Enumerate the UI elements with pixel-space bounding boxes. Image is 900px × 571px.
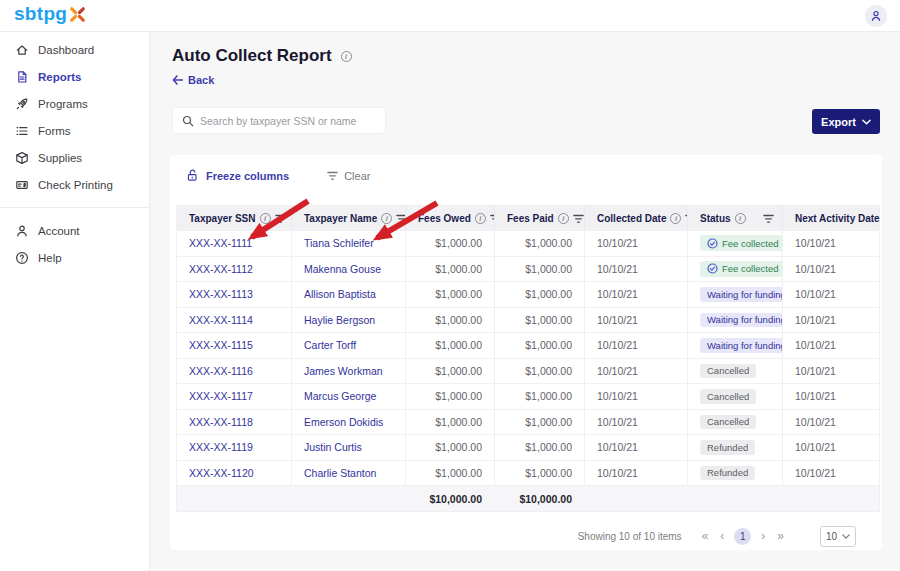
sidebar-item-reports[interactable]: Reports <box>0 63 149 90</box>
fees-paid-cell: $1,000.00 <box>494 410 584 435</box>
clear-filters-button[interactable]: Clear <box>327 170 370 182</box>
sidebar-item-dashboard[interactable]: Dashboard <box>0 36 149 63</box>
column-info-icon[interactable]: i <box>475 213 486 224</box>
status-cell: Cancelled <box>687 359 782 384</box>
page-title: Auto Collect Report <box>172 46 332 66</box>
status-badge: Waiting for funding <box>700 313 782 328</box>
taxpayer-name-link[interactable]: Carter Torff <box>304 339 356 351</box>
sidebar-item-forms[interactable]: Forms <box>0 117 149 144</box>
column-info-icon[interactable]: i <box>558 213 569 224</box>
next-activity-date-cell: 10/10/21 <box>782 231 881 256</box>
taxpayer-ssn-cell: XXX-XX-1112 <box>177 257 291 282</box>
taxpayer-name-link[interactable]: Emerson Dokidis <box>304 416 383 428</box>
status-cell: Waiting for funding <box>687 308 782 333</box>
page-title-info-icon[interactable]: i <box>341 51 352 62</box>
dashboard-home-icon <box>15 43 29 57</box>
column-info-icon[interactable]: i <box>260 213 271 224</box>
taxpayer-name-link[interactable]: Haylie Bergson <box>304 314 375 326</box>
sidebar-item-supplies[interactable]: Supplies <box>0 144 149 171</box>
taxpayer-name-cell: Tiana Schleifer <box>291 231 405 256</box>
taxpayer-name-link[interactable]: James Workman <box>304 365 383 377</box>
brand-logo[interactable]: sbtpg <box>14 3 86 25</box>
table-row: XXX-XX-1115Carter Torff$1,000.00$1,000.0… <box>177 333 879 359</box>
sidebar-item-account[interactable]: Account <box>0 217 149 244</box>
taxpayer-ssn-link[interactable]: XXX-XX-1116 <box>189 365 253 377</box>
taxpayer-ssn-cell: XXX-XX-1117 <box>177 384 291 409</box>
search-input[interactable] <box>200 115 370 127</box>
table-row: XXX-XX-1114Haylie Bergson$1,000.00$1,000… <box>177 308 879 334</box>
column-label: Next Activity Date <box>795 213 880 224</box>
taxpayer-ssn-link[interactable]: XXX-XX-1119 <box>189 441 253 453</box>
status-cell: Cancelled <box>687 384 782 409</box>
programs-rocket-icon <box>15 97 29 111</box>
collected-date-cell: 10/10/21 <box>584 333 687 358</box>
taxpayer-name-link[interactable]: Charlie Stanton <box>304 467 376 479</box>
next-page-button[interactable]: › <box>755 529 771 543</box>
column-info-icon[interactable]: i <box>735 213 746 224</box>
column-filter-icon[interactable] <box>763 214 774 224</box>
status-badge: Waiting for funding <box>700 287 782 302</box>
lock-icon <box>186 169 199 182</box>
fees-paid-cell: $1,000.00 <box>494 435 584 460</box>
last-page-button[interactable]: » <box>771 529 790 543</box>
sidebar-item-label: Programs <box>38 98 88 110</box>
supplies-box-icon <box>15 151 29 165</box>
column-header-taxpayer-ssn: Taxpayer SSNi <box>177 206 291 231</box>
next-activity-date-cell: 10/10/21 <box>782 282 881 307</box>
table-body: XXX-XX-1111Tiana Schleifer$1,000.00$1,00… <box>177 231 879 486</box>
table-row: XXX-XX-1111Tiana Schleifer$1,000.00$1,00… <box>177 231 879 257</box>
back-button[interactable]: Back <box>172 74 214 86</box>
taxpayer-name-link[interactable]: Justin Curtis <box>304 441 362 453</box>
taxpayer-name-link[interactable]: Tiana Schleifer <box>304 237 374 249</box>
taxpayer-name-link[interactable]: Allison Baptista <box>304 288 376 300</box>
taxpayer-ssn-link[interactable]: XXX-XX-1111 <box>189 237 252 249</box>
status-cell: Cancelled <box>687 410 782 435</box>
taxpayer-ssn-link[interactable]: XXX-XX-1114 <box>189 314 253 326</box>
column-header-next-activity-date: Next Activity Datei <box>782 206 881 231</box>
report-card: Freeze columns Clear Taxpayer SSNiTaxpay… <box>170 155 882 550</box>
taxpayer-ssn-link[interactable]: XXX-XX-1120 <box>189 467 254 479</box>
sidebar-item-help[interactable]: Help <box>0 244 149 271</box>
column-filter-icon[interactable] <box>573 214 584 224</box>
sidebar-item-programs[interactable]: Programs <box>0 90 149 117</box>
status-badge: Refunded <box>700 466 755 481</box>
status-cell: Waiting for funding <box>687 282 782 307</box>
sidebar-nav: DashboardReportsProgramsFormsSuppliesChe… <box>0 32 150 571</box>
page-size-select[interactable]: 10 <box>820 526 856 547</box>
taxpayer-name-cell: Charlie Stanton <box>291 461 405 486</box>
search-icon <box>182 115 194 127</box>
taxpayer-ssn-link[interactable]: XXX-XX-1115 <box>189 339 253 351</box>
taxpayer-ssn-link[interactable]: XXX-XX-1113 <box>189 288 253 300</box>
next-activity-date-cell: 10/10/21 <box>782 308 881 333</box>
status-badge: Refunded <box>700 440 755 455</box>
chevron-down-icon <box>862 119 871 125</box>
sidebar-item-label: Forms <box>38 125 71 137</box>
prev-page-button[interactable]: ‹ <box>714 529 730 543</box>
column-filter-icon[interactable] <box>396 214 405 224</box>
first-page-button[interactable]: « <box>696 529 715 543</box>
taxpayer-ssn-cell: XXX-XX-1119 <box>177 435 291 460</box>
column-filter-icon[interactable] <box>275 214 286 224</box>
export-button[interactable]: Export <box>812 109 880 134</box>
taxpayer-name-link[interactable]: Makenna Gouse <box>304 263 381 275</box>
column-info-icon[interactable]: i <box>381 213 392 224</box>
sidebar-item-check-printing[interactable]: Check Printing <box>0 171 149 198</box>
freeze-columns-button[interactable]: Freeze columns <box>186 169 289 182</box>
help-question-icon <box>15 251 29 265</box>
taxpayer-ssn-link[interactable]: XXX-XX-1117 <box>189 390 253 402</box>
column-info-icon[interactable]: i <box>670 213 681 224</box>
column-label: Taxpayer Name <box>304 213 377 224</box>
current-page-indicator[interactable]: 1 <box>734 528 751 545</box>
totals-spacer <box>177 486 405 511</box>
column-header-collected-date: Collected Datei <box>584 206 687 231</box>
user-avatar-button[interactable] <box>865 5 887 27</box>
column-label: Fees Owed <box>418 213 471 224</box>
status-badge: Cancelled <box>700 415 756 430</box>
status-badge: Cancelled <box>700 389 756 404</box>
report-table: Taxpayer SSNiTaxpayer NameiFees OwediFee… <box>176 205 880 512</box>
taxpayer-ssn-link[interactable]: XXX-XX-1118 <box>189 416 253 428</box>
fees-owed-cell: $1,000.00 <box>405 308 494 333</box>
taxpayer-name-link[interactable]: Marcus George <box>304 390 376 402</box>
status-badge: Cancelled <box>700 364 756 379</box>
taxpayer-ssn-link[interactable]: XXX-XX-1112 <box>189 263 253 275</box>
